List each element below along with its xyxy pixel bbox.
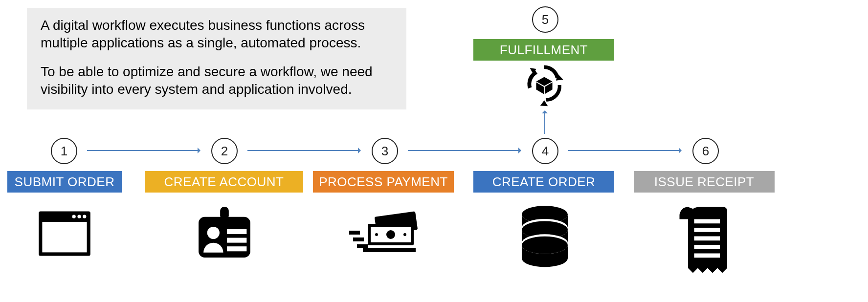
step-bar-fulfillment: FULFILLMENT xyxy=(473,39,614,61)
step-number-4: 4 xyxy=(532,138,558,164)
step-number-5: 5 xyxy=(532,6,558,33)
svg-rect-35 xyxy=(694,245,720,249)
step-number-6: 6 xyxy=(692,138,719,164)
svg-rect-7 xyxy=(42,222,87,252)
svg-point-22 xyxy=(403,233,406,236)
arrow-4-to-5 xyxy=(544,111,545,134)
svg-point-8 xyxy=(72,215,76,218)
svg-point-10 xyxy=(83,215,86,218)
step-bar-create-account: CREATE ACCOUNT xyxy=(145,171,303,193)
svg-rect-33 xyxy=(694,228,720,232)
arrow-1-to-2 xyxy=(87,150,200,151)
callout-paragraph-1: A digital workflow executes business fun… xyxy=(41,17,393,52)
receipt-icon xyxy=(674,203,736,279)
svg-rect-24 xyxy=(349,231,360,235)
step-bar-create-order: CREATE ORDER xyxy=(473,171,614,193)
package-cycle-icon xyxy=(522,63,567,109)
id-badge-icon xyxy=(194,203,255,267)
step-number-2: 2 xyxy=(211,138,238,164)
svg-point-31 xyxy=(522,237,568,254)
svg-point-20 xyxy=(386,230,395,239)
svg-rect-23 xyxy=(363,248,416,252)
svg-point-13 xyxy=(207,227,220,239)
cash-icon xyxy=(343,209,422,265)
step-bar-process-payment: PROCESS PAYMENT xyxy=(313,171,454,193)
svg-rect-15 xyxy=(227,238,246,243)
arrow-2-to-3 xyxy=(247,150,360,151)
arrow-3-to-4 xyxy=(408,150,520,151)
svg-rect-26 xyxy=(357,244,368,248)
svg-point-21 xyxy=(375,233,378,236)
svg-rect-16 xyxy=(227,246,246,251)
database-icon xyxy=(517,203,572,274)
svg-rect-32 xyxy=(694,219,720,224)
svg-rect-34 xyxy=(694,237,720,241)
description-callout: A digital workflow executes business fun… xyxy=(27,8,406,109)
browser-window-icon xyxy=(35,204,94,265)
svg-point-9 xyxy=(77,215,81,218)
callout-paragraph-2: To be able to optimize and secure a work… xyxy=(41,63,393,99)
arrow-4-to-6 xyxy=(568,150,681,151)
step-number-3: 3 xyxy=(372,138,398,164)
step-bar-submit-order: SUBMIT ORDER xyxy=(7,171,122,193)
svg-rect-14 xyxy=(227,229,246,234)
svg-rect-25 xyxy=(353,237,364,241)
step-number-1: 1 xyxy=(51,138,77,164)
step-bar-issue-receipt: ISSUE RECEIPT xyxy=(634,171,775,193)
diagram-canvas: A digital workflow executes business fun… xyxy=(0,0,868,302)
svg-rect-36 xyxy=(694,254,720,258)
